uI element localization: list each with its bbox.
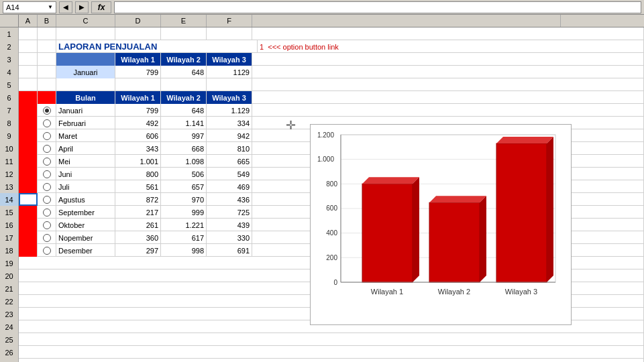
radio-btn-12[interactable] bbox=[43, 170, 51, 178]
cell-c5[interactable] bbox=[56, 78, 115, 91]
right-arrow-icon[interactable]: ▶ bbox=[75, 1, 89, 13]
cell-e6[interactable]: Wilayah 2 bbox=[161, 91, 207, 104]
fx-icon[interactable]: fx bbox=[91, 1, 111, 13]
cell-f14[interactable]: 436 bbox=[207, 193, 252, 206]
cell-e10[interactable]: 668 bbox=[161, 142, 207, 155]
radio-btn-8[interactable] bbox=[43, 119, 51, 127]
cell-c7[interactable]: Januari bbox=[56, 104, 115, 117]
col-header-d[interactable]: D bbox=[115, 15, 161, 27]
col-header-e[interactable]: E bbox=[161, 15, 207, 27]
cell-d7[interactable]: 799 bbox=[115, 104, 161, 117]
cell-a9[interactable] bbox=[19, 129, 38, 142]
cell-b18[interactable] bbox=[38, 244, 56, 257]
cell-e15[interactable]: 999 bbox=[161, 206, 207, 219]
cell-e12[interactable]: 506 bbox=[161, 168, 207, 180]
cell-b15[interactable] bbox=[38, 206, 56, 219]
cell-b4[interactable] bbox=[38, 66, 56, 78]
cell-e1[interactable] bbox=[161, 27, 207, 40]
cell-a4[interactable] bbox=[19, 66, 38, 78]
cell-c13[interactable]: Juli bbox=[56, 180, 115, 193]
radio-btn-16[interactable] bbox=[43, 221, 51, 229]
cell-a7[interactable] bbox=[19, 104, 38, 117]
cell-a8[interactable] bbox=[19, 117, 38, 129]
cell-f18[interactable]: 691 bbox=[207, 244, 252, 257]
formula-input[interactable] bbox=[114, 1, 641, 13]
cell-b13[interactable] bbox=[38, 180, 56, 193]
cell-b16[interactable] bbox=[38, 219, 56, 231]
cell-d14[interactable]: 872 bbox=[115, 193, 161, 206]
cell-a2[interactable] bbox=[19, 40, 38, 53]
cell-d9[interactable]: 606 bbox=[115, 129, 161, 142]
cell-f8[interactable]: 334 bbox=[207, 117, 252, 129]
cell-b8[interactable] bbox=[38, 117, 56, 129]
cell-a15[interactable] bbox=[19, 206, 38, 219]
cell-d13[interactable]: 561 bbox=[115, 180, 161, 193]
col-header-a[interactable]: A bbox=[19, 15, 38, 27]
left-arrow-icon[interactable]: ◀ bbox=[59, 1, 72, 13]
cell-d3[interactable]: Wilayah 1 bbox=[115, 53, 161, 66]
radio-btn-18[interactable] bbox=[43, 247, 51, 255]
cell-f11[interactable]: 665 bbox=[207, 155, 252, 168]
cell-b3[interactable] bbox=[38, 53, 56, 66]
cell-c11[interactable]: Mei bbox=[56, 155, 115, 168]
cell-b5[interactable] bbox=[38, 78, 56, 91]
cell-d15[interactable]: 217 bbox=[115, 206, 161, 219]
cell-b10[interactable] bbox=[38, 142, 56, 155]
cell-c9[interactable]: Maret bbox=[56, 129, 115, 142]
cell-b9[interactable] bbox=[38, 129, 56, 142]
cell-f17[interactable]: 330 bbox=[207, 231, 252, 244]
cell-e9[interactable]: 997 bbox=[161, 129, 207, 142]
cell-f9[interactable]: 942 bbox=[207, 129, 252, 142]
cell-d12[interactable]: 800 bbox=[115, 168, 161, 180]
cell-c10[interactable]: April bbox=[56, 142, 115, 155]
radio-btn-7[interactable] bbox=[43, 107, 51, 115]
cell-b1[interactable] bbox=[38, 27, 56, 40]
cell-f4[interactable]: 1129 bbox=[207, 66, 252, 78]
radio-btn-15[interactable] bbox=[43, 208, 51, 217]
cell-a1[interactable] bbox=[19, 27, 38, 40]
cell-c2[interactable]: LAPORAN PENJUALAN bbox=[56, 40, 258, 53]
cell-c14[interactable]: Agustus bbox=[56, 193, 115, 206]
cell-f13[interactable]: 469 bbox=[207, 180, 252, 193]
cell-b11[interactable] bbox=[38, 155, 56, 168]
cell-d1[interactable] bbox=[115, 27, 161, 40]
cell-a3[interactable] bbox=[19, 53, 38, 66]
cell-b6[interactable] bbox=[38, 91, 56, 104]
cell-f15[interactable]: 725 bbox=[207, 206, 252, 219]
cell-e3[interactable]: Wilayah 2 bbox=[161, 53, 207, 66]
cell-d17[interactable]: 360 bbox=[115, 231, 161, 244]
cell-e18[interactable]: 998 bbox=[161, 244, 207, 257]
cell-e17[interactable]: 617 bbox=[161, 231, 207, 244]
cell-f7[interactable]: 1.129 bbox=[207, 104, 252, 117]
cell-c15[interactable]: September bbox=[56, 206, 115, 219]
cell-a11[interactable] bbox=[19, 155, 38, 168]
cell-f10[interactable]: 810 bbox=[207, 142, 252, 155]
cell-d5[interactable] bbox=[115, 78, 161, 91]
cell-e14[interactable]: 970 bbox=[161, 193, 207, 206]
cell-c4[interactable]: Januari bbox=[56, 66, 115, 78]
cell-b7[interactable] bbox=[38, 104, 56, 117]
cell-f12[interactable]: 549 bbox=[207, 168, 252, 180]
cell-c12[interactable]: Juni bbox=[56, 168, 115, 180]
cell-c3[interactable] bbox=[56, 53, 115, 66]
cell-a5[interactable] bbox=[19, 78, 38, 91]
col-header-f[interactable]: F bbox=[207, 15, 252, 27]
cell-a13[interactable] bbox=[19, 180, 38, 193]
cell-b14[interactable] bbox=[38, 193, 56, 206]
cell-f1[interactable] bbox=[207, 27, 252, 40]
cell-e8[interactable]: 1.141 bbox=[161, 117, 207, 129]
col-header-c[interactable]: C bbox=[56, 15, 115, 27]
cell-a16[interactable] bbox=[19, 219, 38, 231]
cell-c6[interactable]: Bulan bbox=[56, 91, 115, 104]
col-header-b[interactable]: B bbox=[38, 15, 56, 27]
cell-f16[interactable]: 439 bbox=[207, 219, 252, 231]
cell-e4[interactable]: 648 bbox=[161, 66, 207, 78]
cell-c1[interactable] bbox=[56, 27, 115, 40]
cell-c8[interactable]: Februari bbox=[56, 117, 115, 129]
cell-d4[interactable]: 799 bbox=[115, 66, 161, 78]
cell-f6[interactable]: Wilayah 3 bbox=[207, 91, 252, 104]
cell-e13[interactable]: 657 bbox=[161, 180, 207, 193]
cell-e11[interactable]: 1.098 bbox=[161, 155, 207, 168]
cell-e7[interactable]: 648 bbox=[161, 104, 207, 117]
radio-btn-13[interactable] bbox=[43, 183, 51, 191]
